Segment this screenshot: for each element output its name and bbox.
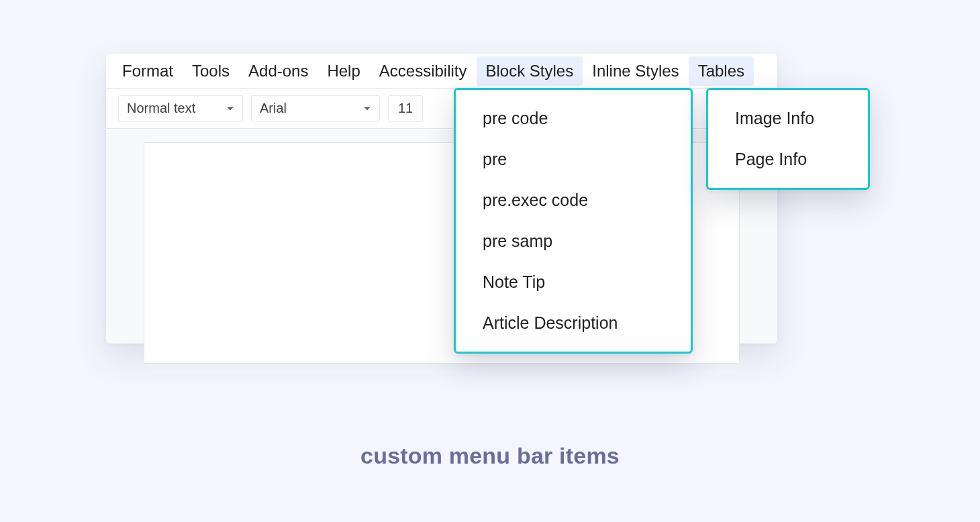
menu-item-format[interactable]: Format [113, 56, 183, 86]
font-family-value: Arial [260, 101, 287, 116]
menu-item-help[interactable]: Help [317, 56, 369, 86]
text-style-dropdown[interactable]: Normal text [118, 95, 243, 122]
menu-item-label: Block Styles [486, 62, 574, 80]
menu-item-inline-styles[interactable]: Inline Styles [583, 56, 688, 86]
menu-item-tables[interactable]: Tables [689, 56, 754, 86]
menu-item-label: Format [122, 62, 173, 80]
dropdown-block-styles: pre code pre pre.exec code pre samp Note… [454, 88, 693, 354]
menu-item-label: Accessibility [379, 62, 467, 80]
menu-item-label: Tools [192, 62, 230, 80]
dropdown-item-label: Article Description [483, 313, 618, 332]
font-size-input[interactable]: 11 [388, 95, 423, 122]
menubar: Format Tools Add-ons Help Accessibility … [106, 54, 777, 89]
dropdown-item-pre[interactable]: pre [456, 139, 691, 180]
caption: custom menu bar items [0, 443, 980, 469]
dropdown-item-pre-code[interactable]: pre code [456, 98, 691, 139]
dropdown-tables: Image Info Page Info [706, 88, 870, 190]
dropdown-item-label: pre samp [483, 231, 552, 250]
caret-down-icon [226, 105, 234, 113]
dropdown-item-label: pre.exec code [483, 191, 588, 209]
dropdown-item-note-tip[interactable]: Note Tip [456, 262, 691, 303]
font-family-dropdown[interactable]: Arial [251, 95, 380, 122]
menu-item-add-ons[interactable]: Add-ons [239, 56, 317, 86]
dropdown-item-label: Note Tip [483, 272, 545, 291]
menu-item-tools[interactable]: Tools [183, 56, 239, 86]
dropdown-item-label: Page Info [735, 150, 807, 168]
menu-item-accessibility[interactable]: Accessibility [370, 56, 477, 86]
menu-item-label: Help [327, 62, 360, 80]
text-style-value: Normal text [127, 101, 195, 116]
dropdown-item-label: pre code [483, 109, 548, 127]
dropdown-item-pre-exec-code[interactable]: pre.exec code [456, 180, 691, 221]
dropdown-item-image-info[interactable]: Image Info [708, 98, 868, 139]
dropdown-item-label: pre [483, 150, 507, 168]
caret-down-icon [363, 105, 371, 113]
menu-item-label: Add-ons [248, 62, 308, 80]
menu-item-label: Tables [698, 62, 744, 80]
dropdown-item-article-description[interactable]: Article Description [456, 303, 691, 344]
menu-item-block-styles[interactable]: Block Styles [477, 56, 583, 86]
font-size-value: 11 [398, 101, 413, 116]
dropdown-item-label: Image Info [735, 109, 814, 127]
caption-text: custom menu bar items [360, 443, 620, 468]
dropdown-item-pre-samp[interactable]: pre samp [456, 221, 691, 262]
dropdown-item-page-info[interactable]: Page Info [708, 139, 868, 180]
menu-item-label: Inline Styles [592, 62, 679, 80]
